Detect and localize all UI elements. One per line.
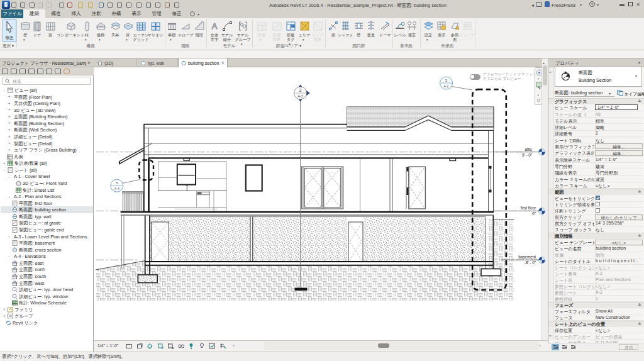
svg-text:first floor: first floor bbox=[521, 206, 536, 210]
svg-text:A: A bbox=[212, 21, 218, 31]
svg-text:basement: basement bbox=[518, 255, 536, 259]
svg-text:A-2: A-2 bbox=[297, 94, 303, 98]
svg-text:attic: attic bbox=[525, 147, 532, 152]
svg-text:9′ - 0″: 9′ - 0″ bbox=[522, 153, 533, 157]
svg-text:A-2: A-2 bbox=[444, 84, 449, 88]
svg-text:A-4: A-4 bbox=[114, 187, 119, 191]
svg-text:-8′ - 0″: -8′ - 0″ bbox=[525, 260, 536, 265]
svg-text:0″: 0″ bbox=[532, 211, 536, 216]
svg-text:2: 2 bbox=[299, 88, 302, 92]
